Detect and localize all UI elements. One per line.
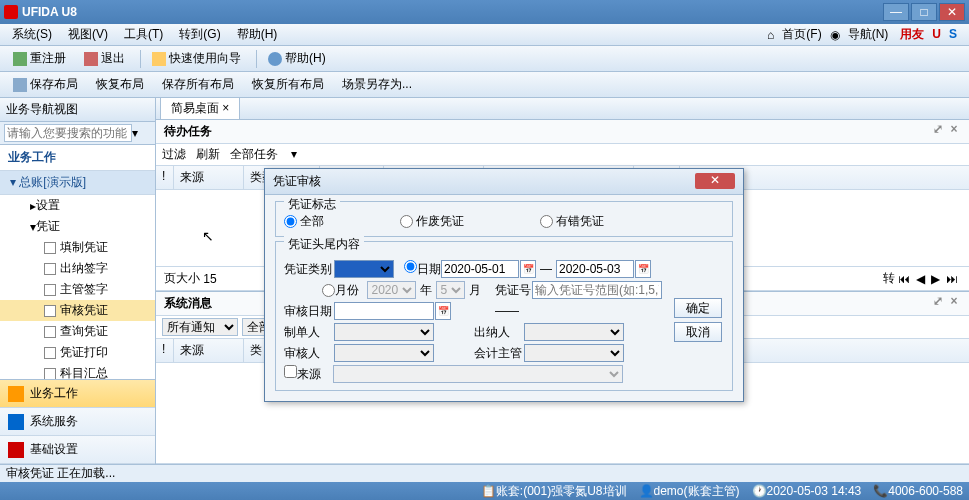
menu-tools[interactable]: 工具(T) [116, 24, 171, 45]
auditor-select[interactable] [334, 344, 434, 362]
biz-icon [8, 386, 24, 402]
save-all-layout-button[interactable]: 保存所有布局 [155, 73, 241, 96]
tree-root[interactable]: ▾ 总账[演示版] [0, 171, 155, 195]
checkbox-source[interactable]: 来源 [284, 365, 321, 383]
tab-close-icon[interactable]: × [222, 101, 229, 115]
label-cashier: 出纳人 [474, 324, 524, 341]
menu-goto[interactable]: 转到(G) [171, 24, 228, 45]
sysmsg-filter1[interactable]: 所有通知 [162, 318, 238, 336]
window-title: UFIDA U8 [22, 5, 881, 19]
restore-layout-button[interactable]: 恢复布局 [89, 73, 151, 96]
col-source[interactable]: 来源 [174, 339, 244, 362]
doc-icon [44, 263, 56, 275]
month-select[interactable]: 5 [436, 281, 465, 299]
panel-close-icon[interactable]: × [947, 295, 961, 309]
save-icon [13, 78, 27, 92]
panel-pin-icon[interactable]: ⤢ [931, 123, 945, 137]
tree-leaf[interactable]: 凭证打印 [0, 342, 155, 363]
radio-date[interactable]: 日期 [404, 260, 441, 278]
svc-icon [8, 414, 24, 430]
col-source[interactable]: 来源 [174, 166, 244, 189]
source-select[interactable] [333, 365, 623, 383]
nav-tree: ▾ 总账[演示版] ▸ 设置 ▾ 凭证 填制凭证 出纳签字 主管签字 审核凭证 … [0, 171, 155, 379]
minimize-button[interactable]: — [883, 3, 909, 21]
col-excl[interactable]: ! [156, 166, 174, 189]
calendar-icon[interactable]: 📅 [520, 260, 536, 278]
cancel-button[interactable]: 取消 [674, 322, 722, 342]
tree-leaf-audit[interactable]: 审核凭证 [0, 300, 155, 321]
save-scene-button[interactable]: 场景另存为... [335, 73, 419, 96]
pager-first-icon[interactable]: ⏮ [898, 272, 910, 286]
tab-bar: 简易桌面 × [156, 98, 969, 120]
menu-home[interactable]: 首页(F) [782, 26, 821, 43]
tree-leaf[interactable]: 查询凭证 [0, 321, 155, 342]
refresh-link[interactable]: 刷新 [196, 146, 220, 163]
help-button[interactable]: 帮助(H) [261, 47, 333, 70]
tab-simple-desktop[interactable]: 简易桌面 × [160, 97, 240, 119]
calendar-icon[interactable]: 📅 [435, 302, 451, 320]
home-icon: ⌂ [767, 28, 774, 42]
radio-invalid[interactable]: 作废凭证 [400, 213, 464, 230]
acct-select[interactable] [524, 344, 624, 362]
panel-close-icon[interactable]: × [947, 123, 961, 137]
reregister-button[interactable]: 重注册 [6, 47, 73, 70]
maximize-button[interactable]: □ [911, 3, 937, 21]
voucher-no-input[interactable] [532, 281, 662, 299]
search-input[interactable] [4, 124, 132, 142]
panel-pin-icon[interactable]: ⤢ [931, 295, 945, 309]
pager-goto[interactable]: 转 [883, 270, 895, 287]
brand-label: 用友US [896, 26, 961, 43]
all-tasks-link[interactable]: 全部任务 ▾ [230, 146, 297, 163]
col-excl[interactable]: ! [156, 339, 174, 362]
tree-leaf[interactable]: 主管签字 [0, 279, 155, 300]
radio-all[interactable]: 全部 [284, 213, 324, 230]
sidebar-btn-biz[interactable]: 业务工作 [0, 380, 155, 408]
save-layout-button[interactable]: 保存布局 [6, 73, 85, 96]
menu-bar: 系统(S) 视图(V) 工具(T) 转到(G) 帮助(H) ⌂ 首页(F) ◉ … [0, 24, 969, 46]
pager-prev-icon[interactable]: ◀ [916, 272, 925, 286]
menu-system[interactable]: 系统(S) [4, 24, 60, 45]
menu-help[interactable]: 帮助(H) [229, 24, 286, 45]
fs1-legend: 凭证标志 [284, 196, 340, 213]
voucher-type-select[interactable] [334, 260, 394, 278]
filter-link[interactable]: 过滤 [162, 146, 186, 163]
ok-button[interactable]: 确定 [674, 298, 722, 318]
sidebar-btn-svc[interactable]: 系统服务 [0, 408, 155, 436]
cursor-icon: ↖ [202, 228, 214, 244]
menu-nav[interactable]: 导航(N) [848, 26, 889, 43]
tree-leaf[interactable]: 出纳签字 [0, 258, 155, 279]
search-dropdown-icon[interactable]: ▾ [132, 126, 138, 140]
maker-select[interactable] [334, 323, 434, 341]
radio-month[interactable]: 月份 [322, 282, 367, 299]
date-to-input[interactable] [556, 260, 634, 278]
sidebar-btn-base[interactable]: 基础设置 [0, 436, 155, 464]
page-size-label: 页大小 [164, 270, 200, 287]
year-label: 年 [420, 282, 432, 299]
tree-item-settings[interactable]: ▸ 设置 [0, 195, 155, 216]
close-button[interactable]: ✕ [939, 3, 965, 21]
tree-leaf[interactable]: 填制凭证 [0, 237, 155, 258]
reregister-icon [13, 52, 27, 66]
wizard-button[interactable]: 快速使用向导 [145, 47, 248, 70]
cashier-select[interactable] [524, 323, 624, 341]
pager-next-icon[interactable]: ▶ [931, 272, 940, 286]
label-type: 凭证类别 [284, 261, 334, 278]
year-select[interactable]: 2020 [367, 281, 416, 299]
dialog-close-button[interactable]: ✕ [695, 173, 735, 189]
date-from-input[interactable] [441, 260, 519, 278]
tree-leaf[interactable]: 科目汇总 [0, 363, 155, 379]
audit-date-input[interactable] [334, 302, 434, 320]
app-logo-icon [4, 5, 18, 19]
voucher-flag-fieldset: 凭证标志 全部 作废凭证 有错凭证 [275, 201, 733, 237]
exit-button[interactable]: 退出 [77, 47, 132, 70]
fs2-legend: 凭证头尾内容 [284, 236, 364, 253]
tree-item-voucher[interactable]: ▾ 凭证 [0, 216, 155, 237]
tasks-title: 待办任务 [164, 123, 212, 140]
menu-view[interactable]: 视图(V) [60, 24, 116, 45]
label-audit-date: 审核日期 [284, 303, 334, 320]
doc-icon [44, 347, 56, 359]
radio-error[interactable]: 有错凭证 [540, 213, 604, 230]
calendar-icon[interactable]: 📅 [635, 260, 651, 278]
pager-last-icon[interactable]: ⏭ [946, 272, 958, 286]
restore-all-layout-button[interactable]: 恢复所有布局 [245, 73, 331, 96]
